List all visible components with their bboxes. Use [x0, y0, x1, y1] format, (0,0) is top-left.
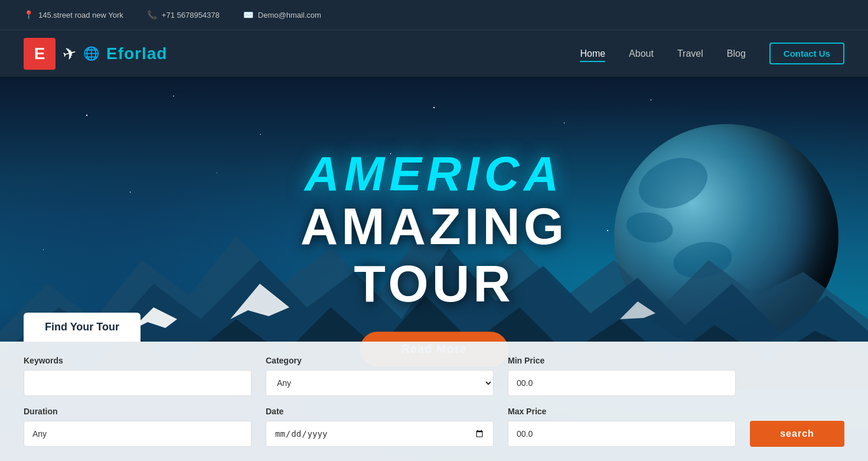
date-label: Date	[266, 407, 494, 416]
navbar: E ✈ 🌐 Eforlad Home About Travel Blog Con…	[0, 30, 868, 77]
logo-letter: E	[34, 44, 45, 63]
nav-link-home[interactable]: Home	[580, 48, 605, 62]
max-price-label: Max Price	[508, 407, 736, 416]
max-price-input[interactable]	[508, 421, 736, 447]
address-info: 📍 145.street road new York	[24, 10, 123, 20]
nav-item-home[interactable]: Home	[580, 48, 605, 59]
date-group: Date	[266, 407, 494, 447]
nav-links: Home About Travel Blog Contact Us	[580, 43, 844, 64]
contact-button[interactable]: Contact Us	[769, 43, 844, 64]
category-label: Category	[266, 356, 494, 365]
form-column-2: Category Any Date	[266, 356, 494, 447]
min-price-label: Min Price	[508, 356, 736, 365]
duration-group: Duration	[24, 407, 252, 447]
max-price-group: Max Price	[508, 407, 736, 447]
top-bar: 📍 145.street road new York 📞 +71 5678954…	[0, 0, 868, 30]
category-group: Category Any	[266, 356, 494, 396]
search-btn-wrapper: search	[750, 421, 844, 447]
nav-item-contact[interactable]: Contact Us	[769, 43, 844, 64]
duration-input[interactable]	[24, 421, 252, 447]
hero-title-top: AMERICA	[217, 150, 651, 198]
phone-icon: 📞	[147, 10, 157, 20]
email-text: Demo@hmail.com	[258, 11, 321, 20]
globe-icon: 🌐	[83, 46, 99, 61]
search-section: Find Your Tour Keywords Duration Categor…	[0, 313, 868, 461]
min-price-group: Min Price	[508, 356, 736, 396]
search-form: Keywords Duration Category Any Date	[0, 342, 868, 461]
nav-link-blog[interactable]: Blog	[727, 48, 746, 59]
address-text: 145.street road new York	[38, 11, 123, 20]
logo-name: Eforlad	[106, 44, 167, 63]
phone-text: +71 5678954378	[162, 11, 220, 20]
hero-section: AMERICA AMAZING TOUR Read More Find Your…	[0, 77, 868, 461]
form-column-3: Min Price Max Price	[508, 356, 736, 447]
phone-info: 📞 +71 5678954378	[147, 10, 220, 20]
email-info: ✉️ Demo@hmail.com	[243, 10, 321, 20]
plane-icon: ✈	[60, 43, 79, 65]
logo-box: E	[24, 38, 56, 70]
keywords-input[interactable]	[24, 370, 252, 396]
hero-title-bottom: AMAZING TOUR	[217, 198, 651, 313]
nav-item-about[interactable]: About	[629, 48, 654, 59]
nav-link-about[interactable]: About	[629, 48, 654, 59]
logo-area: E ✈ 🌐 Eforlad	[24, 38, 167, 70]
nav-item-blog[interactable]: Blog	[727, 48, 746, 59]
email-icon: ✉️	[243, 10, 253, 20]
min-price-input[interactable]	[508, 370, 736, 396]
search-button[interactable]: search	[750, 421, 844, 447]
duration-label: Duration	[24, 407, 252, 416]
category-select[interactable]: Any	[266, 370, 494, 396]
nav-item-travel[interactable]: Travel	[677, 48, 703, 59]
keywords-group: Keywords	[24, 356, 252, 396]
keywords-label: Keywords	[24, 356, 252, 365]
location-icon: 📍	[24, 10, 34, 20]
nav-link-travel[interactable]: Travel	[677, 48, 703, 59]
form-column-1: Keywords Duration	[24, 356, 252, 447]
date-input[interactable]	[266, 421, 494, 447]
search-tab-label: Find Your Tour	[24, 313, 141, 342]
